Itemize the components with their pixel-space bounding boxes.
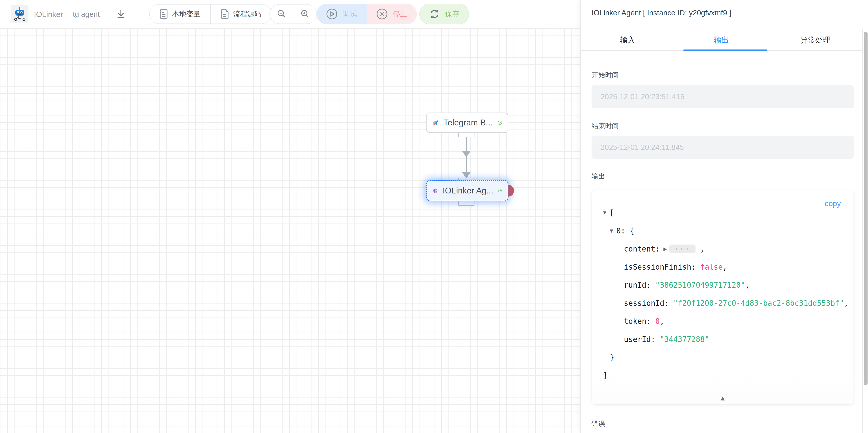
refresh-icon xyxy=(429,8,440,20)
json-row-object-open: ▼0: { xyxy=(592,222,854,240)
node-telegram-bot[interactable]: 1 Telegram B... xyxy=(426,113,508,133)
end-time-input[interactable]: 2025-12-01 20:24:11.845 xyxy=(592,136,854,159)
play-circle-icon xyxy=(326,8,338,20)
collapse-panel-icon[interactable]: ▲ xyxy=(719,394,726,402)
ai-agent-icon xyxy=(433,184,438,198)
flow-canvas[interactable] xyxy=(0,28,580,433)
json-row-userId: userId: "344377288" xyxy=(592,330,854,348)
cancel-circle-icon xyxy=(376,8,388,20)
stop-button[interactable]: 停止 xyxy=(367,4,417,24)
collapsed-value-pill[interactable]: ··· xyxy=(669,245,695,253)
code-file-icon xyxy=(221,9,229,19)
source-code-button[interactable]: 流程源码 xyxy=(211,4,271,24)
debug-button[interactable]: 调试 xyxy=(316,4,367,24)
local-variables-label: 本地变量 xyxy=(172,9,200,19)
download-icon[interactable] xyxy=(116,9,126,20)
save-button[interactable]: 保存 xyxy=(419,4,469,24)
json-row-isSessionFinish: isSessionFinish: false, xyxy=(592,258,854,276)
output-json-viewer: copy ▼[ ▼0: { content:▶··· , isSessionFi… xyxy=(592,190,854,404)
zoom-in-icon xyxy=(300,9,310,19)
zoom-controls xyxy=(270,4,317,24)
panel-scrollbar-thumb[interactable] xyxy=(864,32,868,385)
zoom-out-button[interactable] xyxy=(270,4,293,24)
document-icon xyxy=(160,9,168,19)
output-port-telegram[interactable] xyxy=(458,132,474,137)
app-logo[interactable] xyxy=(11,5,29,23)
node-iolinker-agent[interactable]: IOLinker Ag... xyxy=(426,180,508,202)
run-controls: 调试 停止 xyxy=(316,4,417,24)
json-row-object-close: } xyxy=(592,348,854,366)
tab-exception[interactable]: 异常处理 xyxy=(768,29,862,51)
app-name: IOLinker xyxy=(34,10,63,19)
panel-tabs: 输入 输出 异常处理 xyxy=(581,29,862,51)
save-label: 保存 xyxy=(445,9,460,19)
collapse-triangle-icon[interactable]: ▼ xyxy=(610,227,613,234)
output-section-label: 输出 xyxy=(592,172,605,181)
output-port-agent[interactable] xyxy=(458,201,474,206)
panel-title: IOLinker Agent [ Instance ID: y20gfvxmf9… xyxy=(592,8,731,17)
json-row-sessionId: sessionId: "f20f1200-27c0-4d83-bac2-8bc3… xyxy=(592,294,854,312)
source-code-label: 流程源码 xyxy=(233,9,261,19)
zoom-out-icon xyxy=(277,9,286,19)
robot-icon xyxy=(13,7,26,21)
node-label: Telegram B... xyxy=(443,118,493,127)
collapse-triangle-icon[interactable]: ▼ xyxy=(603,210,606,216)
success-check-icon xyxy=(498,118,502,128)
svg-text:1: 1 xyxy=(434,123,435,125)
flow-name[interactable]: tg agent xyxy=(73,10,100,19)
json-row-token: token: 0, xyxy=(592,312,854,330)
telegram-icon: 1 xyxy=(432,116,438,130)
success-check-icon xyxy=(498,186,502,196)
canvas-tools-group: 本地变量 流程源码 xyxy=(149,4,272,24)
json-row-content: content:▶··· , xyxy=(592,240,854,258)
json-row-array-open: ▼[ xyxy=(592,204,854,222)
node-inspector-panel: IOLinker Agent [ Instance ID: y20gfvxmf9… xyxy=(580,0,868,433)
start-time-input[interactable]: 2025-12-01 20:23:51.415 xyxy=(592,86,854,108)
node-label: IOLinker Ag... xyxy=(442,186,493,195)
panel-scrollbar-track[interactable] xyxy=(862,29,868,433)
json-tree: ▼[ ▼0: { content:▶··· , isSessionFinish:… xyxy=(592,204,854,384)
tab-output[interactable]: 输出 xyxy=(675,29,768,51)
edge-arrow-mid xyxy=(462,151,471,157)
stop-label: 停止 xyxy=(393,9,407,19)
json-row-runId: runId: "386251070499717120", xyxy=(592,276,854,294)
start-time-label: 开始时间 xyxy=(592,70,619,80)
expand-triangle-icon[interactable]: ▶ xyxy=(663,245,667,252)
debug-label: 调试 xyxy=(343,9,357,19)
active-tab-indicator xyxy=(683,50,767,51)
tab-input[interactable]: 输入 xyxy=(581,29,675,51)
error-section-label: 错误 xyxy=(592,419,605,429)
end-time-label: 结束时间 xyxy=(592,121,619,131)
zoom-in-button[interactable] xyxy=(293,4,316,24)
local-variables-button[interactable]: 本地变量 xyxy=(150,4,210,24)
